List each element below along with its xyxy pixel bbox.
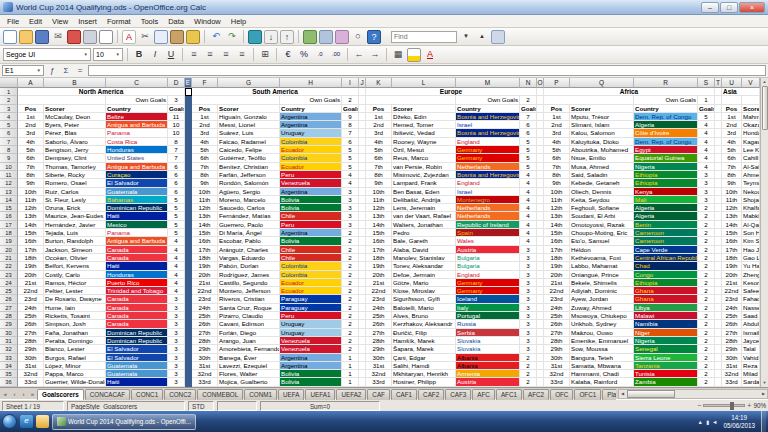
cell[interactable] bbox=[715, 237, 722, 245]
cell[interactable]: Haiti bbox=[106, 378, 168, 386]
cell[interactable]: Arango, Juan bbox=[218, 337, 280, 345]
cell[interactable] bbox=[185, 88, 192, 96]
cell[interactable]: 8th bbox=[366, 171, 392, 179]
column-header-F[interactable]: F bbox=[192, 78, 218, 88]
cell[interactable] bbox=[537, 312, 544, 320]
column-header-B[interactable]: B bbox=[44, 78, 106, 88]
row-header-30[interactable]: 30 bbox=[0, 329, 18, 337]
cell[interactable]: Sow, Moussa bbox=[570, 345, 634, 353]
cell[interactable]: St. Fleur, Lesly bbox=[44, 196, 106, 204]
cell[interactable]: 14th bbox=[18, 221, 44, 229]
cell[interactable]: Flores, Walter bbox=[218, 370, 280, 378]
cell[interactable]: Kesorn bbox=[742, 279, 760, 287]
cell[interactable]: Pérez, Blas bbox=[44, 129, 106, 137]
cell[interactable] bbox=[722, 96, 742, 104]
cell[interactable] bbox=[359, 146, 366, 154]
cell[interactable]: 5 bbox=[520, 146, 537, 154]
cell[interactable]: Algeria bbox=[634, 204, 698, 212]
sheet-tab-goalscorers[interactable]: Goalscorers bbox=[37, 389, 84, 400]
cell[interactable]: Guatemala bbox=[106, 362, 168, 370]
cell[interactable]: Peru bbox=[280, 171, 342, 179]
cell[interactable] bbox=[715, 354, 722, 362]
cell[interactable]: 3 bbox=[168, 354, 185, 362]
cell[interactable]: Own Goals bbox=[456, 96, 520, 104]
cell[interactable] bbox=[185, 354, 192, 362]
cell[interactable] bbox=[715, 121, 722, 129]
cell[interactable]: Oniangué, Prince bbox=[570, 271, 634, 279]
cell[interactable]: Saborío, Álvaro bbox=[44, 138, 106, 146]
row-header-22[interactable]: 22 bbox=[0, 262, 18, 270]
cell[interactable]: 24th bbox=[192, 304, 218, 312]
cell[interactable] bbox=[715, 154, 722, 162]
cell[interactable] bbox=[537, 96, 544, 104]
network-icon[interactable]: ▮ bbox=[706, 419, 709, 425]
cell[interactable] bbox=[537, 179, 544, 187]
cell[interactable]: Yu Hai bbox=[742, 262, 760, 270]
taskbar-app-button[interactable]: World Cup 2014 Qualifying.ods - OpenOffi… bbox=[52, 414, 196, 430]
cell[interactable]: 9th bbox=[192, 179, 218, 187]
cell[interactable]: Guatemala bbox=[106, 370, 168, 378]
column-header-K[interactable]: K bbox=[366, 78, 392, 88]
cell[interactable]: Uruguay bbox=[280, 329, 342, 337]
menu-view[interactable]: View bbox=[47, 17, 73, 26]
cell[interactable]: 4 bbox=[520, 204, 537, 212]
column-header-N[interactable]: N bbox=[520, 78, 537, 88]
cell[interactable]: 11th bbox=[192, 196, 218, 204]
cell[interactable]: 20th bbox=[544, 271, 570, 279]
cell[interactable]: 17th bbox=[192, 246, 218, 254]
cell[interactable] bbox=[359, 354, 366, 362]
cell[interactable]: 2 bbox=[520, 96, 537, 104]
cell[interactable]: Ben Basat, Eden bbox=[392, 188, 456, 196]
cell[interactable]: 3 bbox=[520, 312, 537, 320]
cell[interactable]: Kalou, Salomon bbox=[570, 129, 634, 137]
row-header-25[interactable]: 25 bbox=[0, 287, 18, 295]
cell[interactable] bbox=[715, 138, 722, 146]
cell[interactable]: 3 bbox=[342, 204, 359, 212]
cell[interactable]: van der Vaart, Rafael bbox=[392, 212, 456, 220]
row-header-32[interactable]: 32 bbox=[0, 345, 18, 353]
cell[interactable]: 8th bbox=[722, 171, 742, 179]
cell[interactable] bbox=[715, 246, 722, 254]
cell[interactable] bbox=[715, 312, 722, 320]
cell[interactable] bbox=[185, 188, 192, 196]
currency-format-icon[interactable]: € bbox=[281, 48, 295, 62]
cell[interactable]: 13th bbox=[18, 212, 44, 220]
cell[interactable]: Portugal bbox=[456, 312, 520, 320]
cell[interactable] bbox=[537, 138, 544, 146]
cell[interactable] bbox=[537, 188, 544, 196]
cell[interactable]: 1st bbox=[366, 113, 392, 121]
cell[interactable]: 2 bbox=[342, 295, 359, 303]
cell[interactable]: Romero, Osael bbox=[44, 179, 106, 187]
cell[interactable]: 7th bbox=[192, 163, 218, 171]
cell[interactable] bbox=[537, 304, 544, 312]
cell[interactable]: 8th bbox=[544, 171, 570, 179]
taskbar-clock[interactable]: 14:19 05/06/2013 bbox=[720, 414, 758, 429]
cell[interactable]: Reza G bbox=[742, 362, 760, 370]
cell[interactable]: 7th bbox=[722, 163, 742, 171]
cell[interactable]: Defoe, Jermain bbox=[392, 271, 456, 279]
cell[interactable]: 3 bbox=[168, 378, 185, 386]
column-header-T[interactable]: T bbox=[715, 78, 722, 88]
cell[interactable]: Iceland bbox=[456, 295, 520, 303]
cell[interactable]: Israel bbox=[456, 121, 520, 129]
cell[interactable] bbox=[185, 370, 192, 378]
cell[interactable]: 5 bbox=[520, 138, 537, 146]
cell[interactable]: Mojica, Gualberto bbox=[218, 378, 280, 386]
cell[interactable]: Republic of Ireland bbox=[456, 221, 520, 229]
cell[interactable]: 3 bbox=[168, 345, 185, 353]
cell[interactable] bbox=[185, 204, 192, 212]
cell[interactable]: 2 bbox=[698, 320, 715, 328]
cell[interactable]: 1 bbox=[342, 370, 359, 378]
cell[interactable] bbox=[359, 304, 366, 312]
cell[interactable]: 21st bbox=[722, 279, 742, 287]
cell[interactable] bbox=[185, 105, 192, 113]
column-header-Q[interactable]: Q bbox=[570, 78, 634, 88]
menu-window[interactable]: Window bbox=[189, 17, 226, 26]
cell[interactable]: Nigeria bbox=[634, 163, 698, 171]
cell[interactable]: 4 bbox=[520, 196, 537, 204]
cell[interactable]: 19th bbox=[366, 262, 392, 270]
cell[interactable] bbox=[185, 221, 192, 229]
cell[interactable] bbox=[185, 337, 192, 345]
cell[interactable]: 12th bbox=[722, 204, 742, 212]
cell[interactable]: Austria bbox=[456, 378, 520, 386]
